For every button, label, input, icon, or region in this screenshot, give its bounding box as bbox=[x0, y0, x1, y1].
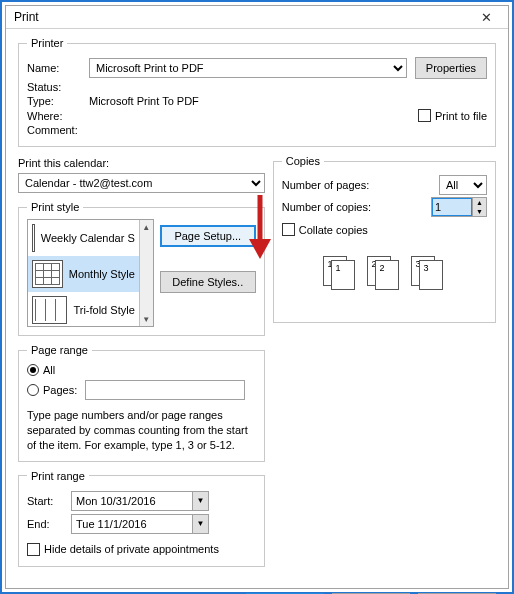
chevron-up-icon[interactable]: ▲ bbox=[140, 220, 153, 234]
style-item-trifold[interactable]: Tri-fold Style bbox=[28, 292, 139, 326]
calendar-grid-icon bbox=[32, 224, 35, 252]
define-styles-button[interactable]: Define Styles.. bbox=[160, 271, 256, 293]
print-dialog: Print ✕ Printer Name: Microsoft Print to… bbox=[5, 5, 509, 589]
print-to-file-label: Print to file bbox=[435, 110, 487, 122]
print-range-legend: Print range bbox=[27, 470, 89, 482]
printer-status-label: Status: bbox=[27, 81, 89, 93]
print-calendar-label: Print this calendar: bbox=[18, 157, 265, 169]
page-range-pages-radio[interactable]: Pages: bbox=[27, 380, 245, 400]
page-range-group: Page range All Pages: Type page numbers … bbox=[18, 344, 265, 462]
collate-preview: 1 1 2 2 3 3 bbox=[282, 256, 487, 290]
print-style-listbox[interactable]: Weekly Calendar S Monthly Style Tri-fold… bbox=[28, 220, 139, 326]
num-copies-input[interactable] bbox=[432, 198, 472, 216]
chevron-down-icon[interactable]: ▼ bbox=[192, 492, 208, 510]
printer-type-label: Type: bbox=[27, 95, 89, 107]
copies-legend: Copies bbox=[282, 155, 324, 167]
start-label: Start: bbox=[27, 495, 65, 507]
checkbox-icon bbox=[27, 543, 40, 556]
printer-type-value: Microsoft Print To PDF bbox=[89, 95, 199, 107]
spinner-down-icon[interactable]: ▼ bbox=[473, 207, 486, 216]
dialog-footer: Print Preview Cancel bbox=[6, 585, 508, 594]
checkbox-icon bbox=[418, 109, 431, 122]
page-range-legend: Page range bbox=[27, 344, 92, 356]
print-range-group: Print range Start: Mon 10/31/2016 ▼ End: bbox=[18, 470, 265, 567]
trifold-icon bbox=[32, 296, 67, 324]
num-copies-label: Number of copies: bbox=[282, 201, 431, 213]
copies-group: Copies Number of pages: All Number of co… bbox=[273, 155, 496, 323]
chevron-down-icon[interactable]: ▼ bbox=[140, 312, 153, 326]
style-item-monthly[interactable]: Monthly Style bbox=[28, 256, 139, 292]
printer-name-label: Name: bbox=[27, 62, 89, 74]
spinner-up-icon[interactable]: ▲ bbox=[473, 198, 486, 207]
chevron-down-icon[interactable]: ▼ bbox=[192, 515, 208, 533]
start-date-select[interactable]: Mon 10/31/2016 ▼ bbox=[71, 491, 209, 511]
collate-checkbox[interactable]: Collate copies bbox=[282, 223, 368, 236]
style-item-weekly[interactable]: Weekly Calendar S bbox=[28, 220, 139, 256]
print-calendar-select[interactable]: Calendar - ttw2@test.com bbox=[18, 173, 265, 193]
window-title: Print bbox=[14, 10, 470, 24]
hide-private-checkbox[interactable]: Hide details of private appointments bbox=[27, 543, 219, 556]
titlebar: Print ✕ bbox=[6, 6, 508, 29]
scrollbar[interactable]: ▲ ▼ bbox=[139, 220, 153, 326]
calendar-grid-icon bbox=[32, 260, 63, 288]
num-pages-select[interactable]: All bbox=[439, 175, 487, 195]
page-range-all-radio[interactable]: All bbox=[27, 364, 55, 376]
printer-name-select[interactable]: Microsoft Print to PDF bbox=[89, 58, 407, 78]
page-range-pages-input[interactable] bbox=[85, 380, 245, 400]
num-pages-label: Number of pages: bbox=[282, 179, 439, 191]
print-style-legend: Print style bbox=[27, 201, 83, 213]
page-setup-button[interactable]: Page Setup... bbox=[160, 225, 256, 247]
radio-icon bbox=[27, 364, 39, 376]
checkbox-icon bbox=[282, 223, 295, 236]
end-label: End: bbox=[27, 518, 65, 530]
radio-icon bbox=[27, 384, 39, 396]
printer-comment-label: Comment: bbox=[27, 124, 78, 136]
end-date-select[interactable]: Tue 11/1/2016 ▼ bbox=[71, 514, 209, 534]
num-copies-spinner[interactable]: ▲ ▼ bbox=[431, 197, 487, 217]
page-range-help: Type page numbers and/or page ranges sep… bbox=[27, 408, 256, 453]
print-style-group: Print style Weekly Calendar S bbox=[18, 201, 265, 336]
print-to-file-checkbox[interactable]: Print to file bbox=[418, 109, 487, 122]
printer-legend: Printer bbox=[27, 37, 67, 49]
printer-where-label: Where: bbox=[27, 110, 89, 122]
properties-button[interactable]: Properties bbox=[415, 57, 487, 79]
close-icon[interactable]: ✕ bbox=[470, 6, 502, 28]
printer-group: Printer Name: Microsoft Print to PDF Pro… bbox=[18, 37, 496, 147]
